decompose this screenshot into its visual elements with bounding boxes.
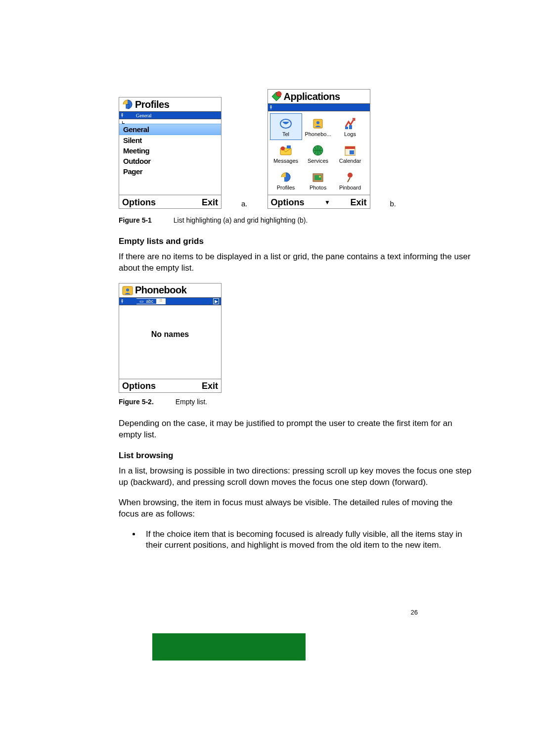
heading-list-browsing: List browsing xyxy=(119,451,475,461)
softkey-bar: Options Exit xyxy=(119,194,221,208)
signal-icon xyxy=(121,113,126,118)
status-pane: General xyxy=(119,111,221,119)
grid-label: Tel xyxy=(282,131,289,137)
screen-applications: Applications Tel xyxy=(267,89,370,209)
softkey-right[interactable]: Exit xyxy=(202,197,218,208)
list-item[interactable]: General xyxy=(119,124,221,135)
grid-label: Calendar xyxy=(339,158,361,164)
svg-rect-14 xyxy=(350,150,354,154)
screen-profiles: Profiles General General Silent Meeting … xyxy=(119,97,222,209)
status-pane: ▭ abc ⠛ ▶ xyxy=(119,297,221,305)
svg-rect-13 xyxy=(345,146,355,149)
paragraph: Depending on the case, it may be justifi… xyxy=(119,418,475,441)
services-icon xyxy=(311,143,325,157)
grid-label: Pinboard xyxy=(339,185,361,190)
profiles-icon xyxy=(121,99,134,110)
svg-point-9 xyxy=(281,146,285,150)
grid-cell-services[interactable]: Services xyxy=(302,140,334,167)
svg-point-18 xyxy=(319,176,321,178)
signal-icon xyxy=(270,105,275,110)
title-text: Profiles xyxy=(135,99,169,110)
grid-cell-calendar[interactable]: Calendar xyxy=(334,140,366,167)
softkey-left[interactable]: Options xyxy=(122,197,156,208)
page-number: 26 xyxy=(411,609,418,616)
pinboard-icon xyxy=(343,170,357,184)
figure-5-1-row: Profiles General General Silent Meeting … xyxy=(119,89,475,209)
figure-5-2-caption: Figure 5-2. Empty list. xyxy=(119,398,475,406)
figure-caption-text: List highlighting (a) and grid highlight… xyxy=(174,216,308,224)
title-pane: Profiles xyxy=(119,97,221,111)
title-pane: Applications xyxy=(268,90,370,103)
softkey-center-arrow-icon[interactable]: ▼ xyxy=(324,199,330,206)
grid-cell-pinboard[interactable]: Pinboard xyxy=(334,167,366,193)
grid-label: Logs xyxy=(344,131,356,137)
screen-phonebook: Phonebook ▭ abc ⠛ ▶ No names Options Exi… xyxy=(119,283,222,393)
paragraph: If there are no items to be displayed in… xyxy=(119,251,475,274)
svg-rect-10 xyxy=(287,145,291,148)
grid-body: Tel Phonebo... Logs xyxy=(268,111,370,194)
grid-label: Photos xyxy=(310,185,326,190)
list-item[interactable]: Pager xyxy=(119,166,221,177)
grid-label: Profiles xyxy=(277,185,295,190)
grid-cell-tel[interactable]: Tel xyxy=(270,113,302,140)
list-item[interactable]: Outdoor xyxy=(119,156,221,166)
softkey-right[interactable]: Exit xyxy=(351,197,367,208)
groups-icon: ⠛ xyxy=(159,299,163,304)
softkey-right[interactable]: Exit xyxy=(202,381,218,391)
applications-icon xyxy=(270,91,283,102)
card-icon: ▭ xyxy=(139,299,144,304)
calendar-icon xyxy=(343,143,357,157)
svg-point-21 xyxy=(126,288,129,291)
tab-abc[interactable]: ▭ abc xyxy=(136,299,156,304)
svg-rect-6 xyxy=(345,127,348,129)
svg-point-5 xyxy=(316,121,319,124)
list-body: General Silent Meeting Outdoor Pager xyxy=(119,119,221,194)
logs-icon xyxy=(343,117,357,131)
tab-right-arrow-icon[interactable]: ▶ xyxy=(213,298,219,304)
paragraph: In a list, browsing is possible in two d… xyxy=(119,466,475,488)
svg-point-2 xyxy=(276,92,281,96)
grid-cell-messages[interactable]: Messages xyxy=(270,140,302,167)
bullet-list: If the choice item that is becoming focu… xyxy=(119,529,475,552)
softkey-left[interactable]: Options xyxy=(271,197,305,208)
empty-list-body: No names xyxy=(119,305,221,378)
paragraph: When browsing, the item in focus must al… xyxy=(119,497,475,520)
photos-icon xyxy=(311,170,325,184)
footer-green-bar xyxy=(152,633,306,661)
grid-cell-logs[interactable]: Logs xyxy=(334,113,366,140)
tab-groups[interactable]: ⠛ xyxy=(156,299,166,304)
phonebook-icon xyxy=(311,117,325,131)
figure-letter-b: b. xyxy=(390,199,397,209)
figure-label: Figure 5-2. xyxy=(119,398,154,406)
figure-letter-a: a. xyxy=(241,199,248,209)
svg-rect-7 xyxy=(349,125,352,129)
svg-rect-15 xyxy=(284,177,287,182)
softkey-left[interactable]: Options xyxy=(122,381,156,391)
empty-list-text: No names xyxy=(151,330,189,339)
bullet-item: If the choice item that is becoming focu… xyxy=(141,529,475,552)
signal-icon xyxy=(121,299,126,304)
tel-icon xyxy=(278,117,293,131)
title-text: Phonebook xyxy=(135,284,186,296)
status-pane xyxy=(268,103,370,111)
grid-label: Messages xyxy=(273,158,298,164)
softkey-bar: Options Exit xyxy=(119,378,221,392)
title-pane: Phonebook xyxy=(119,284,221,297)
svg-rect-0 xyxy=(126,104,129,108)
list-item[interactable]: Meeting xyxy=(119,145,221,156)
grid-cell-photos[interactable]: Photos xyxy=(302,167,334,193)
status-label: General xyxy=(136,113,152,118)
list-item[interactable]: Silent xyxy=(119,135,221,145)
svg-point-19 xyxy=(348,173,353,178)
grid-label: Services xyxy=(308,158,328,164)
heading-empty-lists: Empty lists and grids xyxy=(119,236,475,246)
softkey-bar: Options ▼ Exit xyxy=(268,194,370,208)
title-text: Applications xyxy=(284,91,340,102)
figure-5-1-caption: Figure 5-1 List highlighting (a) and gri… xyxy=(119,216,475,224)
navi-tabs[interactable]: ▭ abc ⠛ xyxy=(136,298,166,305)
figure-caption-text: Empty list. xyxy=(176,398,208,406)
grid-cell-profiles[interactable]: Profiles xyxy=(270,167,302,193)
grid-label: Phonebo... xyxy=(305,131,331,137)
figure-label: Figure 5-1 xyxy=(119,216,152,224)
grid-cell-phonebook[interactable]: Phonebo... xyxy=(302,113,334,140)
